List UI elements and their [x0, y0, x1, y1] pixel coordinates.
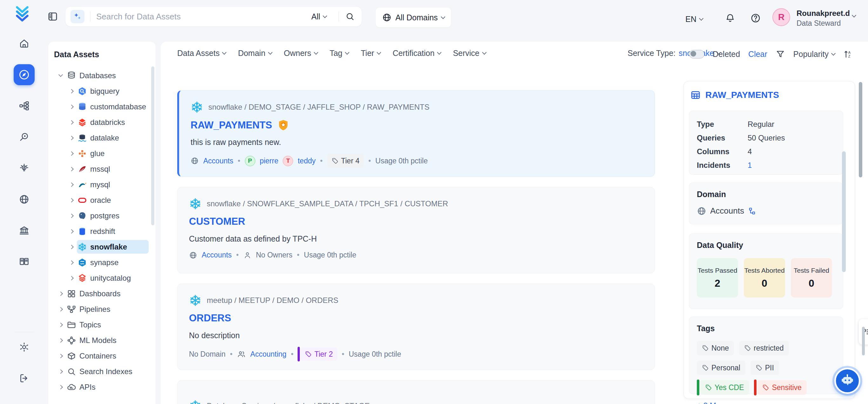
asset-title-link[interactable]: ORDERS: [189, 313, 231, 324]
chat-assistant-button[interactable]: [834, 368, 860, 394]
tree-item[interactable]: Containers: [50, 348, 151, 364]
tree-expand-chevron-icon[interactable]: [56, 292, 65, 295]
nav-logout[interactable]: [14, 368, 35, 389]
breadcrumb[interactable]: Database Services / snowflake / DEMO_STA…: [207, 401, 370, 404]
tree-item[interactable]: databricks: [50, 114, 151, 130]
tag-chip[interactable]: PII: [750, 360, 779, 375]
tree-item[interactable]: customdatabase: [50, 99, 151, 114]
tree-expand-chevron-icon[interactable]: [67, 136, 76, 140]
tree-expand-chevron-icon[interactable]: [67, 152, 76, 155]
tree-item[interactable]: postgres: [50, 208, 151, 224]
search-icon[interactable]: [345, 12, 362, 21]
tree-expand-chevron-icon[interactable]: [67, 277, 76, 280]
breadcrumb[interactable]: snowflake / DEMO_STAGE / JAFFLE_SHOP / R…: [208, 103, 429, 112]
domain-link[interactable]: Accounts: [202, 251, 232, 259]
tree-item[interactable]: ML Models: [50, 333, 151, 348]
tree-expand-chevron-icon[interactable]: [67, 105, 76, 108]
tree-item[interactable]: oracle: [50, 192, 151, 208]
tree-expand-chevron-icon[interactable]: [67, 168, 76, 171]
tree-item[interactable]: redshift: [50, 224, 151, 239]
tag-chip[interactable]: None: [697, 341, 734, 355]
sort-dropdown[interactable]: Popularity: [793, 50, 835, 59]
sort-order-icon[interactable]: [843, 49, 853, 59]
tree-expand-chevron-icon[interactable]: [56, 323, 65, 326]
result-card-raw-payments[interactable]: snowflake / DEMO_STAGE / JAFFLE_SHOP / R…: [177, 90, 655, 177]
nav-domains[interactable]: [14, 189, 35, 210]
collapse-sidebar-icon[interactable]: [47, 11, 58, 22]
clear-filters-link[interactable]: Clear: [748, 50, 767, 59]
info-value[interactable]: 1: [748, 161, 752, 170]
nav-insights[interactable]: [14, 158, 35, 179]
preview-title[interactable]: RAW_PAYMENTS: [690, 90, 779, 100]
tree-item[interactable]: mssql: [50, 161, 151, 177]
tag-chip[interactable]: Yes CDE: [700, 380, 749, 395]
tree-expand-chevron-icon[interactable]: [56, 370, 65, 373]
language-selector[interactable]: EN: [685, 15, 703, 24]
nav-glossary[interactable]: [14, 251, 35, 272]
tree-item[interactable]: snowflake: [50, 239, 151, 255]
tree-expand-chevron-icon[interactable]: [67, 121, 76, 124]
user-avatar[interactable]: R: [772, 8, 790, 26]
breadcrumb[interactable]: meetup / MEETUP / DEMO / ORDERS: [207, 296, 338, 305]
tag-chip[interactable]: Sensitive: [757, 380, 806, 395]
nav-settings[interactable]: [14, 337, 35, 357]
domain-link[interactable]: Accounts: [203, 157, 234, 165]
domain-value[interactable]: Accounts: [710, 206, 744, 216]
tree-expand-chevron-icon[interactable]: [56, 75, 65, 76]
result-card-orders[interactable]: meetup / MEETUP / DEMO / ORDERS ORDERS N…: [177, 284, 655, 370]
asset-title-link[interactable]: CUSTOMER: [189, 216, 245, 227]
result-card-customer[interactable]: snowflake / SNOWFLAKE_SAMPLE_DATA / TPCH…: [177, 187, 655, 273]
owner-link[interactable]: pierre: [260, 157, 279, 165]
results-scrollbar[interactable]: [859, 82, 862, 177]
nav-govern[interactable]: [14, 220, 35, 241]
help-icon[interactable]: [750, 13, 761, 24]
tree-expand-chevron-icon[interactable]: [56, 339, 65, 342]
owner-avatar[interactable]: P: [245, 156, 255, 166]
deleted-toggle[interactable]: [689, 50, 705, 58]
filter-dropdown[interactable]: Tier: [361, 49, 380, 58]
tree-expand-chevron-icon[interactable]: [67, 261, 76, 264]
search-input[interactable]: Search for Data Assets: [96, 12, 311, 22]
notifications-bell-icon[interactable]: [725, 13, 736, 24]
tree-expand-chevron-icon[interactable]: [67, 214, 76, 218]
tree-expand-chevron-icon[interactable]: [67, 199, 76, 202]
owner-link[interactable]: teddy: [298, 157, 315, 165]
asset-title-link[interactable]: RAW_PAYMENTS: [191, 119, 289, 131]
tree-expand-chevron-icon[interactable]: [67, 183, 76, 186]
nav-lineage[interactable]: [14, 95, 35, 116]
filter-dropdown[interactable]: Owners: [284, 49, 318, 58]
filter-dropdown[interactable]: Tag: [330, 49, 349, 58]
nav-observability[interactable]: [14, 126, 35, 147]
tree-item[interactable]: glue: [50, 146, 151, 161]
tree-expand-chevron-icon[interactable]: [56, 354, 65, 357]
tree-scrollbar[interactable]: [151, 66, 154, 225]
owner-avatar[interactable]: T: [283, 156, 293, 166]
tree-item[interactable]: synapse: [50, 255, 151, 270]
tag-chip[interactable]: Personal: [697, 360, 745, 375]
filter-dropdown[interactable]: Certification: [393, 49, 441, 58]
global-search-bar[interactable]: Search for Data Assets All: [65, 6, 362, 27]
tier-chip[interactable]: Tier 2: [301, 347, 337, 361]
tree-item[interactable]: bigquery: [50, 83, 151, 99]
tier-chip[interactable]: Tier 4: [327, 154, 364, 168]
tree-expand-chevron-icon[interactable]: [67, 230, 76, 233]
user-menu-chevron-icon[interactable]: [852, 13, 856, 18]
tree-item[interactable]: datalake: [50, 130, 151, 146]
tree-expand-chevron-icon[interactable]: [67, 90, 76, 93]
tree-item[interactable]: unitycatalog: [50, 270, 151, 286]
tag-chip[interactable]: restricted: [739, 341, 789, 355]
tree-item[interactable]: Dashboards: [50, 286, 151, 301]
filter-dropdown[interactable]: Data Assets: [177, 49, 226, 58]
tree-item[interactable]: Databases: [50, 68, 151, 83]
preview-scrollbar[interactable]: [842, 151, 846, 272]
owner-team-link[interactable]: Accounting: [250, 350, 286, 358]
filter-dropdown[interactable]: Service: [453, 49, 486, 58]
nav-home[interactable]: [14, 33, 35, 54]
filter-funnel-icon[interactable]: [776, 49, 785, 59]
tree-item[interactable]: APIs: [50, 379, 151, 395]
more-tags-link[interactable]: + 3 More: [697, 401, 835, 404]
breadcrumb[interactable]: snowflake / SNOWFLAKE_SAMPLE_DATA / TPCH…: [207, 199, 448, 208]
filter-dropdown[interactable]: Domain: [238, 49, 272, 58]
tree-item[interactable]: Pipelines: [50, 301, 151, 317]
search-scope-dropdown[interactable]: All: [311, 12, 333, 21]
